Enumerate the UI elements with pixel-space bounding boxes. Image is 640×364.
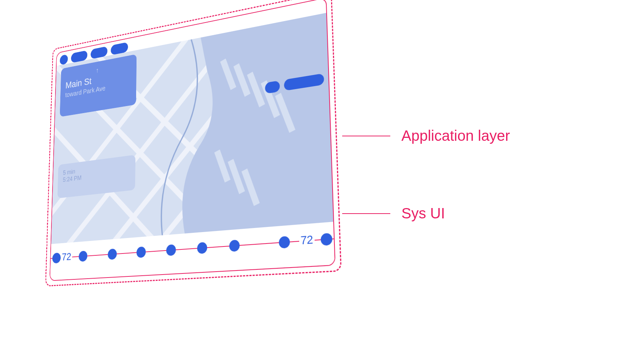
callout-line-icon bbox=[342, 136, 390, 136]
diagram-scene: ↑ Main St toward Park Ave 5 min 5:24 PM bbox=[48, 0, 349, 320]
map-illustration-icon bbox=[51, 13, 333, 245]
callout-app-text: Application layer bbox=[401, 127, 510, 144]
measurement-dot-icon bbox=[166, 244, 176, 256]
status-pill-icon bbox=[265, 81, 280, 94]
callout-sys-text: Sys UI bbox=[401, 205, 445, 222]
measurement-dot-icon bbox=[320, 233, 332, 246]
callout-application-layer: Application layer bbox=[342, 127, 510, 144]
measurement-dot-icon bbox=[78, 251, 87, 262]
measurement-dot-icon bbox=[137, 246, 146, 258]
map-surface bbox=[51, 13, 333, 245]
measurement-dot-icon bbox=[52, 252, 61, 263]
measurement-left-value: 72 bbox=[61, 250, 73, 263]
measurement-right-value: 72 bbox=[299, 232, 315, 247]
measurement-dot-icon bbox=[197, 242, 207, 254]
measurement-dot-icon bbox=[229, 239, 239, 252]
measurement-dot-icon bbox=[279, 236, 290, 248]
measurement-dot-icon bbox=[108, 248, 117, 260]
callout-line-icon bbox=[342, 213, 390, 214]
callout-sys-ui: Sys UI bbox=[342, 205, 445, 222]
